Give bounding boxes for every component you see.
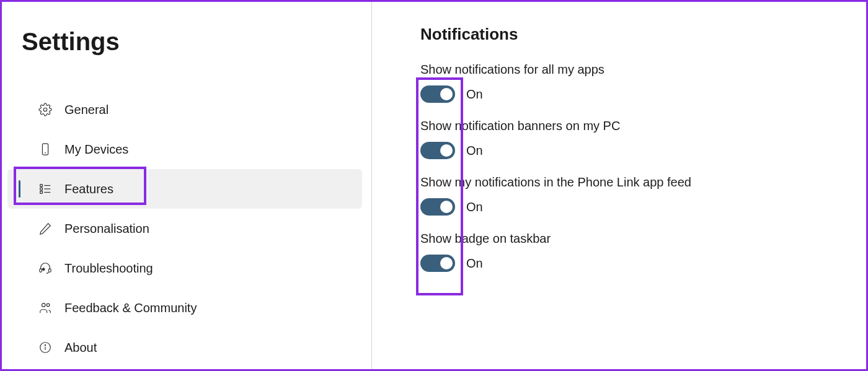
setting-label: Show notifications for all my apps (420, 63, 868, 77)
sidebar-item-label: General (64, 103, 108, 117)
toggle-state-label: On (466, 256, 483, 271)
sidebar-item-feedback-community[interactable]: Feedback & Community (7, 288, 362, 328)
svg-point-0 (43, 108, 47, 111)
svg-point-17 (45, 345, 45, 346)
info-icon (38, 341, 52, 354)
svg-rect-5 (40, 191, 43, 194)
toggle-show-banners[interactable] (420, 142, 455, 159)
toggle-show-all-apps[interactable] (420, 85, 455, 103)
main-content: Notifications Show notifications for all… (372, 0, 868, 371)
sidebar-item-about[interactable]: About (7, 328, 362, 367)
gear-icon (38, 103, 52, 116)
people-icon (38, 301, 52, 315)
sidebar-item-label: Personalisation (64, 222, 149, 236)
toggle-state-label: On (466, 200, 483, 214)
setting-label: Show notification banners on my PC (420, 119, 868, 133)
sidebar-item-label: Features (64, 182, 113, 196)
toggle-knob (440, 201, 453, 213)
sidebar-item-personalisation[interactable]: Personalisation (7, 209, 362, 248)
sidebar-item-label: Troubleshooting (64, 261, 153, 276)
toggle-knob (440, 257, 453, 269)
svg-point-14 (46, 303, 50, 307)
svg-rect-4 (40, 188, 43, 190)
setting-label: Show my notifications in the Phone Link … (420, 175, 868, 190)
features-list-icon (38, 182, 52, 196)
phone-icon (38, 142, 52, 156)
toggle-knob (440, 144, 453, 157)
nav-list: General My Devices (0, 90, 371, 367)
setting-badge-taskbar: Show badge on taskbar On (420, 232, 868, 272)
toggle-show-feed[interactable] (420, 198, 455, 216)
sidebar-item-my-devices[interactable]: My Devices (7, 129, 362, 169)
svg-rect-3 (40, 185, 43, 187)
sidebar-item-general[interactable]: General (7, 90, 362, 129)
sidebar-item-troubleshooting[interactable]: ? Troubleshooting (7, 248, 362, 288)
sidebar-item-label: Feedback & Community (64, 301, 197, 315)
pencil-icon (38, 222, 52, 235)
toggle-state-label: On (466, 144, 483, 158)
settings-title: Settings (22, 28, 371, 56)
toggle-knob (440, 88, 453, 100)
sidebar-item-label: About (64, 341, 97, 355)
setting-show-feed: Show my notifications in the Phone Link … (420, 175, 868, 216)
setting-show-all-apps: Show notifications for all my apps On (420, 63, 868, 103)
setting-show-banners: Show notification banners on my PC On (420, 119, 868, 159)
toggle-state-label: On (466, 87, 483, 102)
section-title-notifications: Notifications (420, 25, 868, 44)
setting-label: Show badge on taskbar (420, 232, 868, 246)
svg-point-13 (42, 303, 46, 307)
settings-sidebar: Settings General My Devi (0, 0, 372, 371)
sidebar-item-features[interactable]: Features (7, 169, 362, 209)
help-headset-icon: ? (38, 261, 52, 275)
toggle-badge-taskbar[interactable] (420, 255, 455, 272)
sidebar-item-label: My Devices (64, 142, 128, 157)
